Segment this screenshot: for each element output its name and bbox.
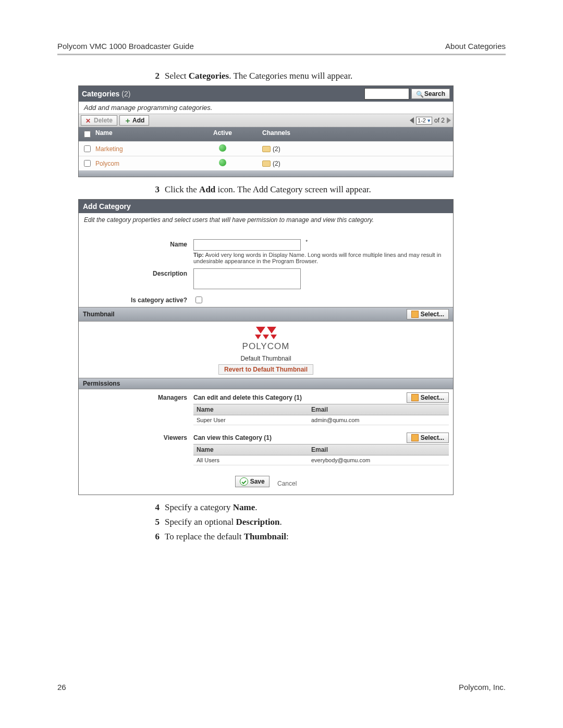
revert-thumbnail-button[interactable]: Revert to Default Thumbnail <box>218 364 313 375</box>
step-2: 2 Select Categories. The Categories menu… <box>146 71 506 81</box>
add-button[interactable]: ＋ Add <box>119 115 149 126</box>
cancel-link[interactable]: Cancel <box>277 480 297 487</box>
categories-subtitle: Add and manage programming categories. <box>79 102 453 114</box>
step-5: 5 Specify an optional Description. <box>146 517 506 527</box>
add-category-subtitle: Edit the category properties and select … <box>79 213 453 227</box>
add-category-title: Add Category <box>79 200 453 213</box>
table-row: Polycom (2) <box>79 156 453 170</box>
page-header: Polycom VMC 1000 Broadcaster Guide About… <box>57 42 506 55</box>
search-button[interactable]: 🔍 Search <box>411 89 450 99</box>
active-icon <box>219 144 226 152</box>
plus-icon: ＋ <box>124 117 130 124</box>
col-channels: Channels <box>259 127 453 141</box>
page-number: 26 <box>57 683 66 692</box>
viewers-section: Viewers Can view this Category (1) Selec… <box>79 431 453 466</box>
row-checkbox[interactable] <box>84 145 91 152</box>
folder-icon <box>262 146 271 152</box>
name-input[interactable] <box>193 239 301 251</box>
active-checkbox[interactable] <box>195 297 202 303</box>
categories-toolbar: ✕ Delete ＋ Add 1-2 ▾ of 2 <box>79 114 453 127</box>
step-6: 6 To replace the default Thumbnail: <box>146 532 506 542</box>
managers-section: Managers Can edit and delete this Catego… <box>79 391 453 426</box>
description-input[interactable] <box>193 268 301 289</box>
x-icon: ✕ <box>85 117 92 124</box>
select-all-checkbox[interactable] <box>84 131 91 138</box>
next-page-icon[interactable] <box>447 117 451 124</box>
check-icon <box>240 477 248 486</box>
header-right: About Categories <box>445 42 506 51</box>
polycom-logo <box>248 327 284 339</box>
col-active[interactable]: Active <box>186 127 259 141</box>
footer-company: Polycom, Inc. <box>459 683 506 692</box>
folder-icon <box>262 161 271 167</box>
table-row: Marketing (2) <box>79 141 453 156</box>
search-input[interactable] <box>364 88 409 100</box>
edit-icon <box>411 311 419 318</box>
pager: 1-2 ▾ of 2 <box>410 117 451 125</box>
categories-panel: Categories (2) 🔍 Search Add and manage p… <box>78 85 454 177</box>
page-range[interactable]: 1-2 ▾ <box>416 117 432 125</box>
save-row: Save Cancel <box>79 468 453 495</box>
page-of-label: of 2 <box>434 117 445 124</box>
viewers-caption: Can view this Category (1) <box>193 434 272 441</box>
row-name[interactable]: Polycom <box>92 158 186 169</box>
search-icon: 🔍 <box>416 91 422 97</box>
categories-titlebar: Categories (2) 🔍 Search <box>79 86 453 102</box>
row-name[interactable]: Marketing <box>92 143 186 155</box>
add-category-panel: Add Category Edit the category propertie… <box>78 199 454 495</box>
active-icon <box>219 159 226 166</box>
page-footer: 26 Polycom, Inc. <box>57 683 506 692</box>
managers-caption: Can edit and delete this Category (1) <box>193 394 302 401</box>
categories-table-header: Name Active Channels <box>79 127 453 141</box>
managers-select-button[interactable]: Select... <box>407 392 449 403</box>
required-marker: * <box>305 239 308 245</box>
col-name[interactable]: Name <box>92 127 186 141</box>
form-row-name: Name * Tip: Avoid very long words in Dis… <box>79 237 453 266</box>
name-tip: Tip: Avoid very long words in Display Na… <box>193 252 444 264</box>
edit-icon <box>411 434 419 441</box>
row-checkbox[interactable] <box>84 160 91 167</box>
permissions-bar: Permissions <box>79 378 453 389</box>
thumbnail-select-button[interactable]: Select... <box>407 309 449 319</box>
delete-button[interactable]: ✕ Delete <box>81 115 117 126</box>
prev-page-icon[interactable] <box>410 117 414 124</box>
form-row-description: Description <box>79 266 453 293</box>
header-left: Polycom VMC 1000 Broadcaster Guide <box>57 42 194 51</box>
form-row-active: Is category active? <box>79 293 453 307</box>
table-row: All Users everybody@qumu.com <box>193 455 449 465</box>
edit-icon <box>411 394 419 401</box>
default-thumbnail-label: Default Thumbnail <box>79 355 453 362</box>
table-row: Super User admin@qumu.com <box>193 415 449 425</box>
viewers-select-button[interactable]: Select... <box>407 433 449 443</box>
step-4: 4 Specify a category Name. <box>146 502 506 513</box>
thumbnail-preview: POLYCOM Default Thumbnail Revert to Defa… <box>79 322 453 378</box>
save-button[interactable]: Save <box>235 476 270 487</box>
viewers-table-header: Name Email <box>193 445 449 455</box>
managers-table-header: Name Email <box>193 404 449 415</box>
step-3: 3 Click the Add icon. The Add Category s… <box>146 184 506 195</box>
thumbnail-bar: Thumbnail Select... <box>79 307 453 322</box>
